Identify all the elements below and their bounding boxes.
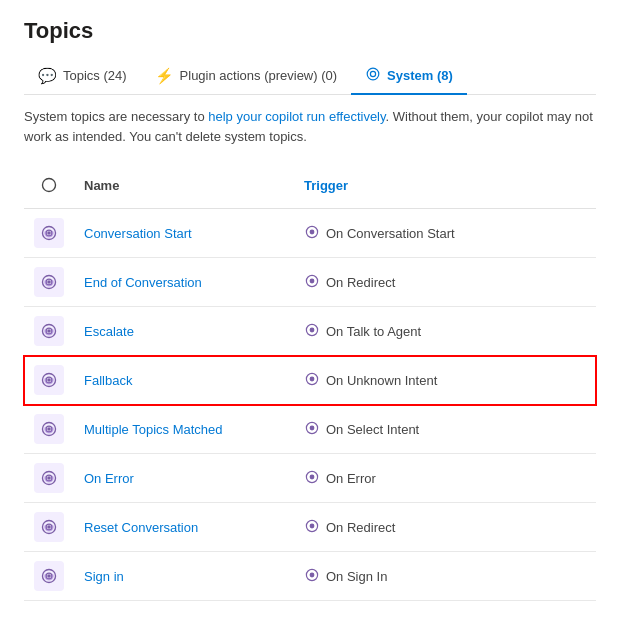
topic-trigger: On Error [294, 454, 596, 503]
topic-name[interactable]: On Error [74, 454, 294, 503]
topic-icon-cell [24, 258, 74, 307]
topic-trigger: On Talk to Agent [294, 307, 596, 356]
svg-point-3 [47, 280, 51, 284]
trigger-icon [304, 420, 320, 439]
topic-trigger: On Unknown Intent [294, 356, 596, 405]
trigger-icon [304, 567, 320, 586]
topic-trigger: On Redirect [294, 503, 596, 552]
trigger-icon [304, 518, 320, 537]
tab-topics-label: Topics (24) [63, 68, 127, 83]
trigger-icon [304, 224, 320, 243]
trigger-icon [304, 371, 320, 390]
trigger-label: On Error [326, 471, 376, 486]
topic-name[interactable]: Reset Conversation [74, 503, 294, 552]
trigger-icon [304, 469, 320, 488]
topic-name[interactable]: Escalate [74, 307, 294, 356]
tab-system[interactable]: System (8) [351, 58, 467, 95]
table-row[interactable]: Sign in On Sign In [24, 552, 596, 601]
topic-icon-cell [24, 454, 74, 503]
topic-name[interactable]: Multiple Topics Matched [74, 405, 294, 454]
trigger-label: On Redirect [326, 520, 395, 535]
svg-point-12 [47, 427, 51, 431]
trigger-label: On Unknown Intent [326, 373, 437, 388]
tab-plugin-label: Plugin actions (preview) (0) [180, 68, 338, 83]
topics-icon: 💬 [38, 67, 57, 85]
topic-icon-cell [24, 552, 74, 601]
description-text: System topics are necessary to help your… [24, 107, 596, 146]
col-header-trigger: Trigger [294, 162, 596, 209]
table-row[interactable]: Fallback On Unknown Intent [24, 356, 596, 405]
trigger-label: On Select Intent [326, 422, 419, 437]
svg-point-14 [310, 425, 315, 430]
topic-name[interactable]: End of Conversation [74, 258, 294, 307]
svg-point-6 [47, 329, 51, 333]
topic-icon-cell [24, 503, 74, 552]
topic-icon-cell [24, 405, 74, 454]
topic-trigger: On Redirect [294, 258, 596, 307]
svg-point-21 [47, 574, 51, 578]
svg-point-18 [47, 525, 51, 529]
svg-point-17 [310, 474, 315, 479]
svg-point-15 [47, 476, 51, 480]
svg-point-11 [310, 376, 315, 381]
svg-point-0 [47, 231, 51, 235]
trigger-label: On Redirect [326, 275, 395, 290]
topic-name[interactable]: Conversation Start [74, 209, 294, 258]
col-header-name: Name [74, 162, 294, 209]
topic-trigger: On Conversation Start [294, 209, 596, 258]
tab-topics[interactable]: 💬 Topics (24) [24, 59, 141, 95]
trigger-label: On Sign In [326, 569, 387, 584]
tab-plugin[interactable]: ⚡ Plugin actions (preview) (0) [141, 59, 352, 95]
topic-icon-cell [24, 307, 74, 356]
svg-point-2 [310, 229, 315, 234]
trigger-icon [304, 273, 320, 292]
topic-trigger: On Select Intent [294, 405, 596, 454]
topic-name[interactable]: Fallback [74, 356, 294, 405]
table-row[interactable]: Escalate On Talk to Agent [24, 307, 596, 356]
table-row[interactable]: End of Conversation On Redirect [24, 258, 596, 307]
trigger-label: On Conversation Start [326, 226, 455, 241]
svg-point-20 [310, 523, 315, 528]
topic-icon-cell [24, 209, 74, 258]
table-row[interactable]: Multiple Topics Matched On Select Intent [24, 405, 596, 454]
system-icon [365, 66, 381, 85]
svg-point-23 [310, 572, 315, 577]
topic-icon-cell [24, 356, 74, 405]
svg-point-8 [310, 327, 315, 332]
trigger-label: On Talk to Agent [326, 324, 421, 339]
svg-point-5 [310, 278, 315, 283]
tab-system-label: System (8) [387, 68, 453, 83]
svg-point-9 [47, 378, 51, 382]
table-row[interactable]: On Error On Error [24, 454, 596, 503]
plugin-icon: ⚡ [155, 67, 174, 85]
topics-table: Name Trigger Conversation Start On Conve… [24, 162, 596, 601]
table-row[interactable]: Conversation Start On Conversation Start [24, 209, 596, 258]
table-row[interactable]: Reset Conversation On Redirect [24, 503, 596, 552]
page-title: Topics [24, 18, 596, 44]
col-header-icon [24, 162, 74, 209]
tab-bar: 💬 Topics (24) ⚡ Plugin actions (preview)… [24, 58, 596, 95]
topic-trigger: On Sign In [294, 552, 596, 601]
topic-name[interactable]: Sign in [74, 552, 294, 601]
trigger-icon [304, 322, 320, 341]
